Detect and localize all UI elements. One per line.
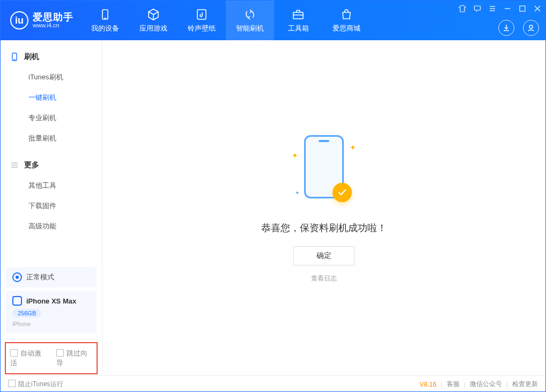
ok-button[interactable]: 确定 [293, 246, 355, 265]
window-controls [459, 5, 541, 12]
nav-label: 工具箱 [288, 24, 309, 33]
nav-label: 智能刷机 [236, 24, 264, 33]
checkmark-badge-icon [333, 183, 352, 202]
device-card[interactable]: iPhone XS Max 256GB iPhone [6, 291, 97, 334]
nav-toolbox[interactable]: 工具箱 [274, 1, 322, 40]
logo-icon: iu [10, 11, 28, 29]
brand-text: 爱思助手 www.i4.cn [33, 12, 73, 28]
menu-icon[interactable] [489, 5, 496, 12]
device-type: iPhone [12, 321, 31, 327]
minimize-icon[interactable] [504, 5, 511, 12]
sidebar-item-batch-flash[interactable]: 批量刷机 [1, 128, 102, 149]
sidebar-item-other-tools[interactable]: 其他工具 [1, 175, 102, 196]
flash-group-icon [10, 53, 19, 61]
shirt-icon[interactable] [459, 5, 466, 12]
refresh-icon [244, 8, 256, 21]
sidebar-item-oneclick-flash[interactable]: 一键刷机 [1, 87, 102, 108]
sidebar-item-pro-flash[interactable]: 专业刷机 [1, 108, 102, 128]
music-icon [195, 8, 208, 21]
header-right [498, 20, 539, 36]
main-area: ✦ ✦ ✦ 恭喜您，保资料刷机成功啦！ 确定 查看日志 [102, 40, 545, 375]
app-header: iu 爱思助手 www.i4.cn 我的设备 应用游戏 铃声壁纸 智能刷机 工具… [1, 1, 545, 40]
view-log-link[interactable]: 查看日志 [311, 274, 337, 283]
wechat-link[interactable]: 微信公众号 [470, 380, 502, 389]
nav-ringtone-wallpaper[interactable]: 铃声壁纸 [178, 1, 226, 40]
sidebar-item-itunes-flash[interactable]: iTunes刷机 [1, 67, 102, 87]
user-icon[interactable] [523, 20, 539, 36]
bag-icon [340, 8, 353, 21]
nav-label: 应用游戏 [139, 24, 167, 33]
sidebar-scroll: 刷机 iTunes刷机 一键刷机 专业刷机 批量刷机 更多 其他工具 下载固件 … [1, 40, 102, 264]
version-label: V8.16 [419, 381, 436, 388]
cube-icon [147, 8, 160, 21]
support-link[interactable]: 客服 [447, 380, 460, 389]
sidebar-item-advanced[interactable]: 高级功能 [1, 216, 102, 236]
maximize-icon[interactable] [519, 5, 526, 12]
sidebar: 刷机 iTunes刷机 一键刷机 专业刷机 批量刷机 更多 其他工具 下载固件 … [1, 40, 102, 375]
mode-label: 正常模式 [26, 272, 54, 282]
main-content: ✦ ✦ ✦ 恭喜您，保资料刷机成功啦！ 确定 查看日志 [102, 40, 545, 375]
svg-rect-4 [475, 6, 481, 10]
nav-label: 铃声壁纸 [188, 24, 216, 33]
close-icon[interactable] [534, 5, 541, 12]
sidebar-group-more: 更多 [1, 155, 102, 175]
svg-point-12 [529, 25, 533, 28]
brand: iu 爱思助手 www.i4.cn [1, 1, 81, 40]
svg-rect-9 [520, 6, 525, 11]
flash-options-highlight: 自动激活 跳过向导 [5, 342, 98, 374]
skip-wizard-checkbox[interactable]: 跳过向导 [56, 349, 93, 368]
nav-apps-games[interactable]: 应用游戏 [129, 1, 178, 40]
phone-icon [12, 296, 22, 306]
brand-subtitle: www.i4.cn [33, 23, 73, 29]
nav-label: 爱思商城 [333, 24, 360, 33]
sparkle-icon: ✦ [350, 143, 356, 152]
nav-label: 我的设备 [91, 24, 119, 33]
mode-icon [12, 272, 22, 282]
sidebar-group-flash: 刷机 [1, 47, 102, 67]
block-itunes-checkbox[interactable]: 阻止iTunes运行 [8, 380, 63, 389]
success-panel: ✦ ✦ ✦ 恭喜您，保资料刷机成功啦！ 确定 查看日志 [261, 132, 387, 283]
sidebar-group-title: 刷机 [24, 52, 39, 62]
auto-activate-checkbox[interactable]: 自动激活 [10, 349, 47, 368]
svg-rect-3 [293, 12, 303, 19]
nav-smart-flash[interactable]: 智能刷机 [226, 1, 274, 40]
sidebar-item-download-firmware[interactable]: 下载固件 [1, 196, 102, 216]
success-illustration: ✦ ✦ ✦ [286, 132, 361, 208]
sparkle-icon: ✦ [295, 190, 299, 196]
device-mode-card[interactable]: 正常模式 [6, 267, 97, 287]
download-icon[interactable] [498, 20, 514, 36]
brand-title: 爱思助手 [33, 12, 73, 23]
device-name: iPhone XS Max [26, 297, 76, 305]
top-nav: 我的设备 应用游戏 铃声壁纸 智能刷机 工具箱 爱思商城 [81, 1, 371, 40]
app-body: 刷机 iTunes刷机 一键刷机 专业刷机 批量刷机 更多 其他工具 下载固件 … [1, 40, 545, 375]
feedback-icon[interactable] [474, 5, 481, 12]
device-capacity: 256GB [12, 309, 41, 317]
svg-rect-2 [197, 10, 206, 19]
device-icon [99, 8, 112, 21]
toolbox-icon [292, 8, 305, 21]
check-update-link[interactable]: 检查更新 [512, 380, 538, 389]
nav-store[interactable]: 爱思商城 [322, 1, 371, 40]
success-title: 恭喜您，保资料刷机成功啦！ [261, 221, 387, 234]
sidebar-group-title: 更多 [24, 160, 39, 170]
footer: 阻止iTunes运行 V8.16 | 客服 | 微信公众号 | 检查更新 [1, 375, 545, 392]
nav-my-device[interactable]: 我的设备 [81, 1, 129, 40]
more-group-icon [10, 161, 19, 169]
sparkle-icon: ✦ [292, 151, 298, 160]
